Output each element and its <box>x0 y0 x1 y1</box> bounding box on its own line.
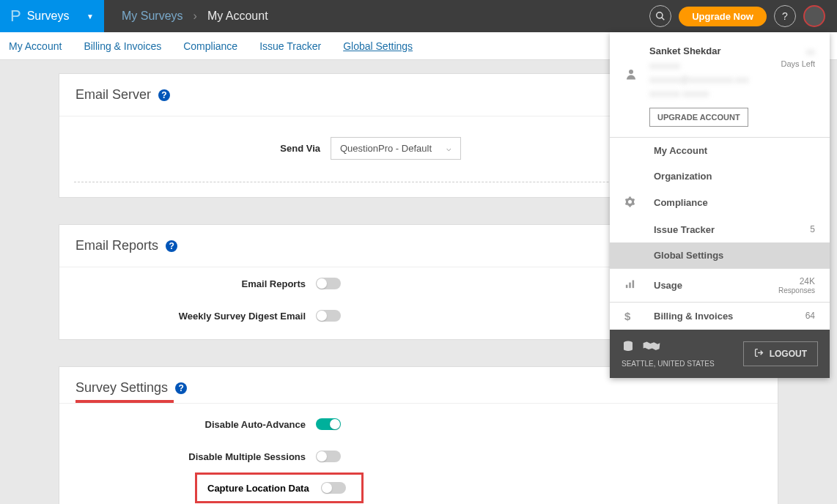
user-name: Sanket Shekdar <box>649 45 770 56</box>
topbar: P Surveys ▼ My Surveys › My Account Upgr… <box>0 0 837 32</box>
logout-icon <box>754 348 764 360</box>
subnav-global-settings[interactable]: Global Settings <box>343 40 413 52</box>
avatar[interactable] <box>803 5 825 27</box>
logout-button[interactable]: LOGOUT <box>743 341 818 366</box>
dropdown-item-billing[interactable]: $ Billing & Invoices 64 <box>610 303 830 330</box>
dropdown-item-usage[interactable]: Usage 24KResponses <box>610 269 830 302</box>
toggle-disable-auto-advance[interactable] <box>316 418 341 430</box>
label-email-reports: Email Reports <box>59 278 316 289</box>
user-plan-blurred: xxxxxxx xxxxxx <box>649 87 770 101</box>
account-dropdown-panel: Sanket Shekdar xxxxxxx xxxxxxx@xxxxxxxxx… <box>610 32 830 378</box>
svg-rect-4 <box>629 283 631 289</box>
toggle-capture-location[interactable] <box>321 482 346 494</box>
card-survey-settings: Survey Settings ? Disable Auto-Advance D… <box>59 366 778 504</box>
svg-line-1 <box>662 18 665 21</box>
subnav-issue-tracker[interactable]: Issue Tracker <box>259 40 321 52</box>
help-icon[interactable]: ? <box>166 240 177 252</box>
search-icon[interactable] <box>649 5 671 27</box>
svg-rect-3 <box>626 285 628 288</box>
help-icon[interactable]: ? <box>774 5 796 27</box>
select-value: QuestionPro - Default <box>340 143 432 154</box>
dropdown-item-global-settings[interactable]: Global Settings <box>610 242 830 268</box>
svg-point-0 <box>657 12 663 18</box>
dropdown-footer: SEATTLE, UNITED STATES LOGOUT <box>610 330 830 378</box>
help-icon[interactable]: ? <box>175 382 187 394</box>
dropdown-item-organization[interactable]: Organization <box>610 163 830 189</box>
topbar-right: Upgrade Now ? <box>649 5 837 27</box>
location-text: SEATTLE, UNITED STATES <box>622 360 715 368</box>
gear-icon <box>624 196 654 210</box>
brand-text: Surveys <box>27 10 70 23</box>
select-send-via[interactable]: QuestionPro - Default ⌵ <box>331 137 461 160</box>
breadcrumb-last: My Account <box>207 10 268 23</box>
toggle-weekly-digest[interactable] <box>316 310 341 322</box>
dollar-icon: $ <box>624 310 654 322</box>
database-icon <box>622 340 635 357</box>
card-title: Email Server <box>75 87 151 103</box>
label-disable-auto-advance: Disable Auto-Advance <box>59 419 316 430</box>
form-row: Disable Auto-Advance <box>59 408 778 440</box>
chevron-right-icon: › <box>193 10 197 23</box>
caret-down-icon: ▼ <box>86 12 94 21</box>
brand-logo-icon: P <box>10 7 21 26</box>
label-disable-multiple-sessions: Disable Multiple Sessions <box>59 451 316 462</box>
label-capture-location: Capture Location Data <box>207 483 309 494</box>
toggle-disable-multiple-sessions[interactable] <box>316 451 341 462</box>
svg-rect-5 <box>633 281 635 289</box>
subnav-my-account[interactable]: My Account <box>9 40 62 52</box>
card-title: Email Reports <box>75 238 158 253</box>
label-weekly-digest: Weekly Survey Digest Email <box>59 311 316 322</box>
brand-dropdown[interactable]: P Surveys ▼ <box>0 0 104 32</box>
annotation-highlight-box: Capture Location Data <box>195 472 364 503</box>
upgrade-button[interactable]: Upgrade Now <box>679 7 767 26</box>
user-email-blurred: xxxxxxx xxxxxxx@xxxxxxxxxx.xxx <box>649 59 770 87</box>
help-icon[interactable]: ? <box>158 89 170 101</box>
bar-chart-icon <box>624 278 654 292</box>
region-map-icon <box>642 340 661 357</box>
dropdown-item-my-account[interactable]: My Account <box>610 138 830 163</box>
dropdown-item-compliance[interactable]: Compliance <box>610 189 830 217</box>
toggle-email-reports[interactable] <box>316 278 341 289</box>
form-row: Disable Multiple Sessions <box>59 440 778 472</box>
label-send-via: Send Via <box>74 143 331 154</box>
svg-point-2 <box>629 70 633 74</box>
subnav-compliance[interactable]: Compliance <box>183 40 237 52</box>
dropdown-item-issue-tracker[interactable]: Issue Tracker 5 <box>610 217 830 242</box>
breadcrumb-first[interactable]: My Surveys <box>122 10 183 23</box>
card-title: Survey Settings <box>75 380 168 396</box>
days-left: xx Days Left <box>781 45 815 127</box>
card-body: Disable Auto-Advance Disable Multiple Se… <box>59 403 778 504</box>
breadcrumb: My Surveys › My Account <box>104 10 268 23</box>
subnav-billing[interactable]: Billing & Invoices <box>84 40 161 52</box>
user-icon <box>624 67 638 127</box>
chevron-down-icon: ⌵ <box>446 144 451 153</box>
upgrade-account-button[interactable]: UPGRADE ACCOUNT <box>649 108 748 127</box>
dropdown-menu: My Account Organization Compliance Issue… <box>610 137 830 268</box>
dropdown-user-section: Sanket Shekdar xxxxxxx xxxxxxx@xxxxxxxxx… <box>610 32 830 137</box>
